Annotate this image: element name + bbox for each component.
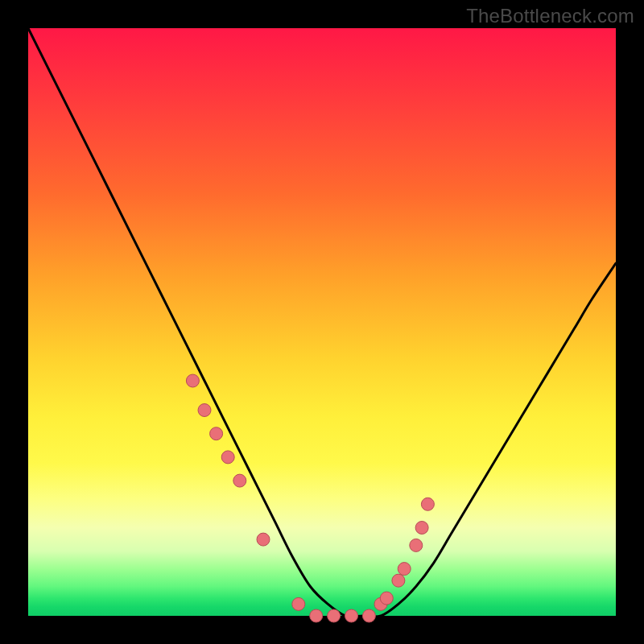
watermark-text: TheBottleneck.com (466, 5, 634, 27)
plot-area (28, 28, 616, 616)
chart-frame: TheBottleneck.com (0, 0, 644, 644)
